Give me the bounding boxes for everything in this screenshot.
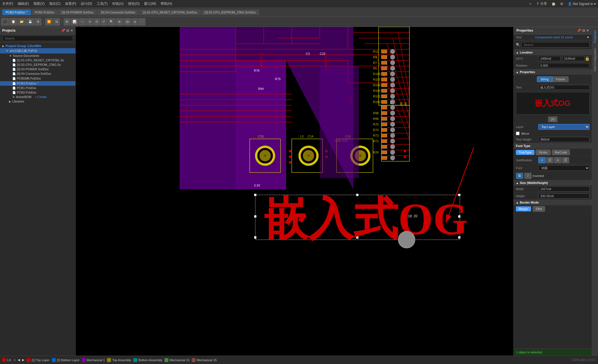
panel-search-input[interactable]: [2, 36, 73, 41]
toolbar-3d[interactable]: 3D: [124, 18, 131, 25]
toolbar-component[interactable]: 📊: [71, 18, 78, 25]
toolbar-text-a[interactable]: A: [132, 18, 138, 25]
menu-window[interactable]: 窗口(W): [144, 1, 156, 6]
string-btn[interactable]: String: [537, 76, 552, 82]
tab-cpu-eeprom[interactable]: [2] 02-CPU_EEPROM_JTAG.SchDoc: [201, 10, 259, 15]
menu-design[interactable]: 设计(D): [81, 1, 92, 6]
properties-close-icon[interactable]: ✕: [586, 29, 589, 32]
tree-item-source-documents[interactable]: ▼Source Documents: [0, 53, 75, 58]
effet-btn[interactable]: Effet: [533, 206, 545, 212]
toolbar-inspect[interactable]: 👁: [116, 18, 123, 25]
panel-float-icon[interactable]: ⊟: [66, 29, 69, 32]
justify-full-btn[interactable]: ☰: [562, 157, 569, 163]
rotation-input[interactable]: [538, 63, 590, 68]
tab-pcb3[interactable]: PCB3.PcbDoc *: [2, 10, 31, 15]
tree-item--1--01-cpu-reset-crystal-sc[interactable]: 📄[1] 01-CPU_RESET_CRYSTAL.Sc: [0, 58, 75, 62]
vtab-properties[interactable]: Properties: [593, 28, 597, 45]
toolbar-select[interactable]: ⇆: [54, 18, 60, 25]
panel-close-icon[interactable]: ✕: [70, 29, 73, 32]
toolbar-btn-3[interactable]: 📂: [18, 18, 26, 25]
toolbar-btn-1[interactable]: ⬛: [1, 18, 9, 25]
toolbar-drc[interactable]: 🔍: [108, 18, 115, 25]
nav-next[interactable]: ▶: [22, 358, 24, 362]
tree-item-activebom[interactable]: ⚙ActiveBOM+ Create: [0, 95, 75, 99]
create-bom-btn[interactable]: + Create: [35, 95, 47, 99]
bold-btn[interactable]: B: [516, 173, 523, 179]
pcb-canvas[interactable]: R11 R9 R7 R5 R109 R107 R106 R104 R102 R1…: [76, 27, 513, 356]
italic-btn[interactable]: I: [524, 173, 532, 179]
layer-mechanical1[interactable]: Mechanical 1: [82, 358, 105, 362]
tree-item-pcb---pcbdoc[interactable]: 📄PCB结构.PcbDoc: [0, 76, 75, 81]
text-value-input[interactable]: [538, 85, 590, 90]
location-section[interactable]: ▲ Location: [514, 50, 592, 55]
menu-route[interactable]: 布线(U): [112, 1, 124, 6]
toolbar-btn-4[interactable]: 💾: [26, 18, 34, 25]
font-select[interactable]: 幼圆: [538, 165, 590, 171]
menu-project[interactable]: 项目(C): [49, 1, 61, 6]
panel-pin-icon[interactable]: 📌: [61, 29, 65, 32]
pcb-canvas-area[interactable]: R11 R9 R7 R5 R109 R107 R106 R104 R102 R1…: [76, 27, 513, 356]
text-format-btn[interactable]: {X}: [548, 116, 557, 122]
justify-left-btn[interactable]: ≡: [538, 157, 546, 163]
barcode-btn[interactable]: BarCode: [552, 150, 570, 155]
menu-report[interactable]: 报告(O): [128, 1, 140, 6]
layer-1[interactable]: [1] Top Layer: [27, 358, 49, 362]
layer-2[interactable]: [2] Bottom Layer: [52, 358, 80, 362]
layer-top-assembly[interactable]: Top Assembly: [107, 358, 131, 362]
filter-icon[interactable]: ▼: [587, 36, 590, 39]
menu-help[interactable]: 帮助(H): [161, 1, 172, 6]
margin-btn[interactable]: Margin: [516, 206, 531, 211]
text-height-input[interactable]: [538, 137, 590, 142]
tab-pcb2[interactable]: PCB2.PcbDoc: [31, 10, 58, 15]
properties-pin-icon[interactable]: 📌: [577, 29, 581, 32]
toolbar-via[interactable]: ⊙: [87, 18, 93, 25]
tree-item--3--03-power-schdoc[interactable]: 📄[3] 03-POWER.SchDoc: [0, 67, 75, 71]
menu-edit[interactable]: 编辑(E): [18, 1, 29, 6]
properties-section[interactable]: ▲ Properties: [514, 69, 592, 75]
stroke-btn[interactable]: Stroke: [536, 150, 551, 155]
menu-file[interactable]: 文件(F): [2, 1, 13, 6]
size-section[interactable]: ▲ Size (Width/Height): [514, 180, 592, 186]
toolbar-icon-home[interactable]: 🏠: [551, 2, 556, 6]
toolbar-icon-share[interactable]: ⇑ 分享: [536, 1, 547, 6]
y-value-input[interactable]: [562, 56, 585, 61]
tree-item-project-group-1-dsnwrk[interactable]: ▶Project Group 1.DsnWrk: [0, 44, 75, 48]
vtab-view-config[interactable]: View Configuration: [593, 46, 597, 74]
tree-item-pcb1-pcbdoc[interactable]: 📄PCB1.PcbDoc: [0, 86, 75, 90]
layer-bottom-assembly[interactable]: Bottom Assembly: [133, 358, 162, 362]
nav-prev[interactable]: ◀: [18, 358, 20, 362]
tree-item-pcb2-pcbdoc[interactable]: 📄PCB2.PcbDoc: [0, 90, 75, 95]
toolbar-trace[interactable]: ✐: [101, 18, 107, 25]
menu-view[interactable]: 视图(V): [33, 1, 45, 6]
tree-item--4--04-connector-schdoc[interactable]: 📄[4] 04-Connector.SchDoc: [0, 71, 75, 76]
tree-item--2--02-cpu-eeprom-jtag-sc[interactable]: 📄[2] 02-CPU_EEPROM_JTAG.Sc: [0, 62, 75, 67]
layer-mechanical15[interactable]: Mechanical 15: [192, 358, 217, 362]
menu-place[interactable]: 放置(P): [65, 1, 76, 6]
toolbar-btn-5[interactable]: ⚙: [35, 18, 41, 25]
toolbar-filter[interactable]: 🔽: [45, 18, 53, 25]
mirror-checkbox[interactable]: [516, 132, 520, 135]
toolbar-route[interactable]: 〰: [79, 18, 86, 25]
toolbar-icon-user[interactable]: 👤 Not Signed In ▾: [568, 2, 596, 6]
x-value-input[interactable]: [538, 56, 561, 61]
toolbar-copper[interactable]: ⊡: [94, 18, 100, 25]
truetype-btn[interactable]: TrueType: [516, 150, 534, 155]
toolbar-zoom-fit[interactable]: ⊞: [64, 18, 70, 25]
tree-item-libraries[interactable]: ▶Libraries: [0, 99, 75, 104]
toolbar-icon-new[interactable]: ＋: [529, 1, 532, 6]
height-input[interactable]: [538, 193, 590, 199]
justify-right-btn[interactable]: ≡: [554, 157, 561, 163]
toolbar-more[interactable]: ⋯: [138, 18, 145, 25]
tree-item-stm32----prjpcb[interactable]: ▼stm32核心板.PrjPcb: [0, 48, 75, 53]
tree-item-pcb3-pcbdoc--[interactable]: 📄PCB3.PcbDoc *: [0, 81, 75, 86]
properties-float-icon[interactable]: ⊟: [582, 29, 585, 32]
tab-power[interactable]: [3] 03-POWER.SchDoc: [58, 10, 97, 15]
frame-btn[interactable]: Frame: [552, 76, 569, 82]
tab-cpu-reset[interactable]: [1] 01-CPU_RESET_CRYSTAL.SchDoc: [139, 10, 201, 15]
menu-tools[interactable]: 工具(T): [97, 1, 108, 6]
justify-center-btn[interactable]: ☰: [546, 157, 553, 163]
border-section[interactable]: ▲ Border Mode: [514, 200, 592, 205]
layer-select[interactable]: Top Layer: [538, 124, 590, 130]
toolbar-icon-settings[interactable]: ⚙: [560, 2, 563, 6]
properties-search-input[interactable]: [521, 42, 590, 48]
